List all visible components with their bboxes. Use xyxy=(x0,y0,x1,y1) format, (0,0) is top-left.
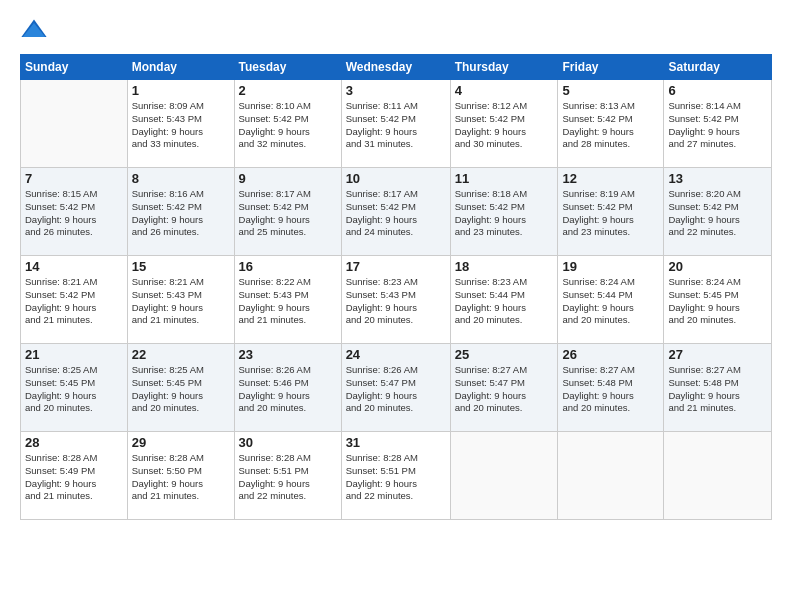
day-number: 4 xyxy=(455,83,554,98)
day-number: 26 xyxy=(562,347,659,362)
day-info: Sunrise: 8:13 AM Sunset: 5:42 PM Dayligh… xyxy=(562,100,659,151)
day-number: 1 xyxy=(132,83,230,98)
day-cell xyxy=(450,432,558,520)
day-cell: 21Sunrise: 8:25 AM Sunset: 5:45 PM Dayli… xyxy=(21,344,128,432)
day-info: Sunrise: 8:25 AM Sunset: 5:45 PM Dayligh… xyxy=(132,364,230,415)
day-number: 31 xyxy=(346,435,446,450)
day-number: 18 xyxy=(455,259,554,274)
day-cell: 14Sunrise: 8:21 AM Sunset: 5:42 PM Dayli… xyxy=(21,256,128,344)
day-info: Sunrise: 8:27 AM Sunset: 5:47 PM Dayligh… xyxy=(455,364,554,415)
day-cell: 24Sunrise: 8:26 AM Sunset: 5:47 PM Dayli… xyxy=(341,344,450,432)
day-cell: 11Sunrise: 8:18 AM Sunset: 5:42 PM Dayli… xyxy=(450,168,558,256)
day-info: Sunrise: 8:11 AM Sunset: 5:42 PM Dayligh… xyxy=(346,100,446,151)
day-cell: 3Sunrise: 8:11 AM Sunset: 5:42 PM Daylig… xyxy=(341,80,450,168)
day-info: Sunrise: 8:24 AM Sunset: 5:44 PM Dayligh… xyxy=(562,276,659,327)
day-cell: 9Sunrise: 8:17 AM Sunset: 5:42 PM Daylig… xyxy=(234,168,341,256)
week-row-2: 14Sunrise: 8:21 AM Sunset: 5:42 PM Dayli… xyxy=(21,256,772,344)
day-cell: 1Sunrise: 8:09 AM Sunset: 5:43 PM Daylig… xyxy=(127,80,234,168)
day-cell: 12Sunrise: 8:19 AM Sunset: 5:42 PM Dayli… xyxy=(558,168,664,256)
day-info: Sunrise: 8:24 AM Sunset: 5:45 PM Dayligh… xyxy=(668,276,767,327)
week-row-0: 1Sunrise: 8:09 AM Sunset: 5:43 PM Daylig… xyxy=(21,80,772,168)
day-info: Sunrise: 8:27 AM Sunset: 5:48 PM Dayligh… xyxy=(562,364,659,415)
col-header-tuesday: Tuesday xyxy=(234,55,341,80)
col-header-thursday: Thursday xyxy=(450,55,558,80)
day-cell: 5Sunrise: 8:13 AM Sunset: 5:42 PM Daylig… xyxy=(558,80,664,168)
day-info: Sunrise: 8:28 AM Sunset: 5:49 PM Dayligh… xyxy=(25,452,123,503)
day-cell: 25Sunrise: 8:27 AM Sunset: 5:47 PM Dayli… xyxy=(450,344,558,432)
day-info: Sunrise: 8:21 AM Sunset: 5:43 PM Dayligh… xyxy=(132,276,230,327)
day-cell: 26Sunrise: 8:27 AM Sunset: 5:48 PM Dayli… xyxy=(558,344,664,432)
day-cell: 2Sunrise: 8:10 AM Sunset: 5:42 PM Daylig… xyxy=(234,80,341,168)
day-number: 22 xyxy=(132,347,230,362)
day-number: 5 xyxy=(562,83,659,98)
day-info: Sunrise: 8:26 AM Sunset: 5:46 PM Dayligh… xyxy=(239,364,337,415)
day-number: 21 xyxy=(25,347,123,362)
col-header-monday: Monday xyxy=(127,55,234,80)
day-cell: 8Sunrise: 8:16 AM Sunset: 5:42 PM Daylig… xyxy=(127,168,234,256)
day-info: Sunrise: 8:19 AM Sunset: 5:42 PM Dayligh… xyxy=(562,188,659,239)
day-cell: 31Sunrise: 8:28 AM Sunset: 5:51 PM Dayli… xyxy=(341,432,450,520)
day-info: Sunrise: 8:17 AM Sunset: 5:42 PM Dayligh… xyxy=(346,188,446,239)
day-cell xyxy=(21,80,128,168)
day-number: 9 xyxy=(239,171,337,186)
day-info: Sunrise: 8:16 AM Sunset: 5:42 PM Dayligh… xyxy=(132,188,230,239)
day-number: 12 xyxy=(562,171,659,186)
day-info: Sunrise: 8:17 AM Sunset: 5:42 PM Dayligh… xyxy=(239,188,337,239)
day-number: 2 xyxy=(239,83,337,98)
svg-marker-1 xyxy=(23,23,45,37)
col-header-sunday: Sunday xyxy=(21,55,128,80)
day-cell: 28Sunrise: 8:28 AM Sunset: 5:49 PM Dayli… xyxy=(21,432,128,520)
day-info: Sunrise: 8:26 AM Sunset: 5:47 PM Dayligh… xyxy=(346,364,446,415)
day-info: Sunrise: 8:22 AM Sunset: 5:43 PM Dayligh… xyxy=(239,276,337,327)
day-info: Sunrise: 8:10 AM Sunset: 5:42 PM Dayligh… xyxy=(239,100,337,151)
calendar-header: SundayMondayTuesdayWednesdayThursdayFrid… xyxy=(21,55,772,80)
day-info: Sunrise: 8:23 AM Sunset: 5:43 PM Dayligh… xyxy=(346,276,446,327)
day-number: 3 xyxy=(346,83,446,98)
page: SundayMondayTuesdayWednesdayThursdayFrid… xyxy=(0,0,792,612)
day-cell: 30Sunrise: 8:28 AM Sunset: 5:51 PM Dayli… xyxy=(234,432,341,520)
day-info: Sunrise: 8:25 AM Sunset: 5:45 PM Dayligh… xyxy=(25,364,123,415)
day-cell: 10Sunrise: 8:17 AM Sunset: 5:42 PM Dayli… xyxy=(341,168,450,256)
day-cell: 20Sunrise: 8:24 AM Sunset: 5:45 PM Dayli… xyxy=(664,256,772,344)
day-info: Sunrise: 8:27 AM Sunset: 5:48 PM Dayligh… xyxy=(668,364,767,415)
day-info: Sunrise: 8:18 AM Sunset: 5:42 PM Dayligh… xyxy=(455,188,554,239)
day-info: Sunrise: 8:20 AM Sunset: 5:42 PM Dayligh… xyxy=(668,188,767,239)
week-row-4: 28Sunrise: 8:28 AM Sunset: 5:49 PM Dayli… xyxy=(21,432,772,520)
calendar-body: 1Sunrise: 8:09 AM Sunset: 5:43 PM Daylig… xyxy=(21,80,772,520)
day-info: Sunrise: 8:28 AM Sunset: 5:50 PM Dayligh… xyxy=(132,452,230,503)
day-number: 8 xyxy=(132,171,230,186)
day-cell: 18Sunrise: 8:23 AM Sunset: 5:44 PM Dayli… xyxy=(450,256,558,344)
day-number: 23 xyxy=(239,347,337,362)
day-number: 16 xyxy=(239,259,337,274)
day-cell xyxy=(558,432,664,520)
day-info: Sunrise: 8:14 AM Sunset: 5:42 PM Dayligh… xyxy=(668,100,767,151)
day-number: 20 xyxy=(668,259,767,274)
day-number: 15 xyxy=(132,259,230,274)
day-cell: 6Sunrise: 8:14 AM Sunset: 5:42 PM Daylig… xyxy=(664,80,772,168)
day-cell: 15Sunrise: 8:21 AM Sunset: 5:43 PM Dayli… xyxy=(127,256,234,344)
day-info: Sunrise: 8:12 AM Sunset: 5:42 PM Dayligh… xyxy=(455,100,554,151)
logo-icon xyxy=(20,16,48,44)
day-number: 24 xyxy=(346,347,446,362)
day-info: Sunrise: 8:09 AM Sunset: 5:43 PM Dayligh… xyxy=(132,100,230,151)
day-cell: 7Sunrise: 8:15 AM Sunset: 5:42 PM Daylig… xyxy=(21,168,128,256)
header xyxy=(20,16,772,44)
week-row-3: 21Sunrise: 8:25 AM Sunset: 5:45 PM Dayli… xyxy=(21,344,772,432)
day-cell: 16Sunrise: 8:22 AM Sunset: 5:43 PM Dayli… xyxy=(234,256,341,344)
day-number: 13 xyxy=(668,171,767,186)
day-info: Sunrise: 8:23 AM Sunset: 5:44 PM Dayligh… xyxy=(455,276,554,327)
day-number: 19 xyxy=(562,259,659,274)
day-number: 25 xyxy=(455,347,554,362)
day-info: Sunrise: 8:15 AM Sunset: 5:42 PM Dayligh… xyxy=(25,188,123,239)
header-row: SundayMondayTuesdayWednesdayThursdayFrid… xyxy=(21,55,772,80)
day-number: 14 xyxy=(25,259,123,274)
day-number: 27 xyxy=(668,347,767,362)
day-cell: 23Sunrise: 8:26 AM Sunset: 5:46 PM Dayli… xyxy=(234,344,341,432)
day-number: 11 xyxy=(455,171,554,186)
logo xyxy=(20,16,50,44)
day-cell: 29Sunrise: 8:28 AM Sunset: 5:50 PM Dayli… xyxy=(127,432,234,520)
day-cell: 13Sunrise: 8:20 AM Sunset: 5:42 PM Dayli… xyxy=(664,168,772,256)
col-header-saturday: Saturday xyxy=(664,55,772,80)
day-number: 28 xyxy=(25,435,123,450)
day-cell: 4Sunrise: 8:12 AM Sunset: 5:42 PM Daylig… xyxy=(450,80,558,168)
